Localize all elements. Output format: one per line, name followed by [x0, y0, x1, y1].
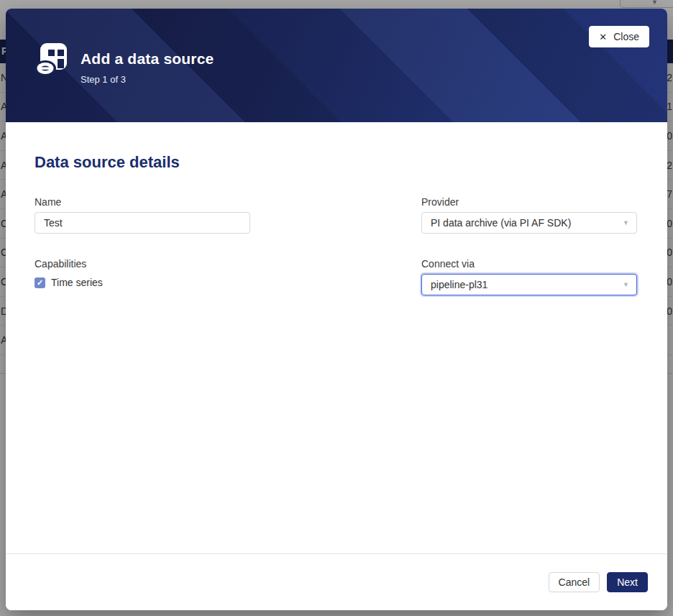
data-source-icon — [33, 42, 68, 79]
connect-via-selected-value: pipeline-pl31 — [431, 279, 487, 290]
caret-down-icon: ▼ — [623, 219, 629, 226]
dialog-header: Add a data source Step 1 of 3 ✕ Close — [6, 9, 667, 122]
next-button[interactable]: Next — [607, 572, 648, 592]
provider-selected-value: PI data archive (via PI AF SDK) — [431, 217, 571, 229]
time-series-checkbox-row[interactable]: ✓ Time series — [35, 277, 250, 288]
name-label: Name — [35, 196, 250, 208]
caret-down-icon: ▼ — [623, 281, 629, 288]
add-data-source-dialog: Add a data source Step 1 of 3 ✕ Close Da… — [6, 9, 667, 610]
name-field-group: Name — [35, 196, 250, 234]
connect-via-select[interactable]: pipeline-pl31 ▼ — [421, 274, 637, 295]
provider-field-group: Provider PI data archive (via PI AF SDK)… — [421, 196, 637, 234]
dialog-body: Data source details Name Provider PI dat… — [6, 153, 667, 295]
provider-select[interactable]: PI data archive (via PI AF SDK) ▼ — [421, 212, 637, 234]
time-series-checkbox[interactable]: ✓ — [35, 277, 45, 288]
capabilities-label: Capabilities — [35, 258, 250, 270]
dialog-footer: Cancel Next — [6, 553, 667, 610]
connect-via-field-group: Connect via pipeline-pl31 ▼ — [421, 258, 637, 295]
close-button-label: Close — [613, 31, 639, 42]
capabilities-field-group: Capabilities ✓ Time series — [35, 258, 250, 295]
dialog-title: Add a data source — [81, 50, 214, 68]
data-source-form: Name Provider PI data archive (via PI AF… — [35, 196, 638, 295]
close-button[interactable]: ✕ Close — [589, 26, 649, 47]
name-input[interactable] — [35, 212, 250, 234]
time-series-label: Time series — [51, 277, 103, 288]
connect-via-label: Connect via — [421, 258, 637, 270]
close-icon: ✕ — [599, 32, 607, 42]
section-heading: Data source details — [35, 153, 638, 172]
dialog-step-indicator: Step 1 of 3 — [81, 74, 214, 85]
checkmark-icon: ✓ — [37, 279, 43, 287]
cancel-button[interactable]: Cancel — [549, 572, 600, 592]
provider-label: Provider — [421, 196, 637, 208]
